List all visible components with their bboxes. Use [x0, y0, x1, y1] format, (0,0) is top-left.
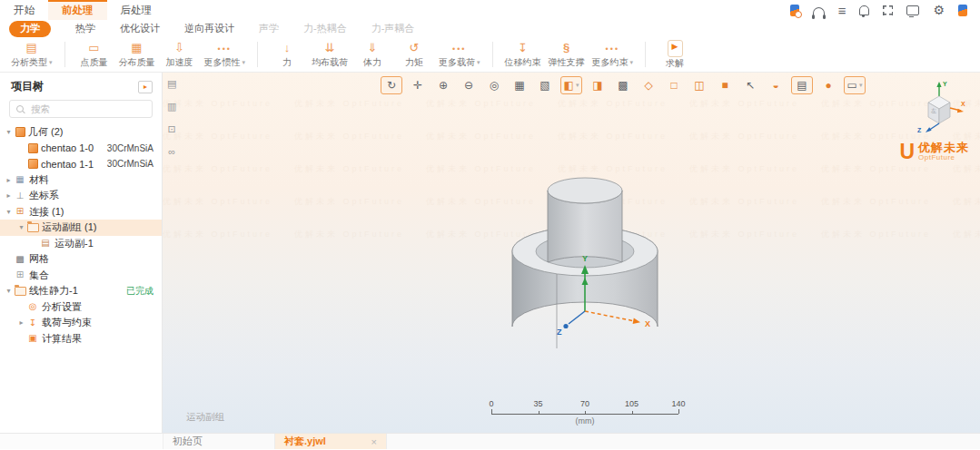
search-input[interactable]: [29, 103, 145, 115]
display-style-icon[interactable]: ▭▾: [844, 76, 866, 94]
tree-search-box[interactable]: [9, 100, 153, 118]
doc-tab-start-page[interactable]: 初始页: [163, 434, 275, 449]
panel-toggle-icon[interactable]: ▸: [138, 81, 153, 93]
distributed-mass-icon: ▦: [131, 41, 142, 56]
navcube-x-label: X: [961, 101, 965, 107]
loads-icon: ↧: [26, 318, 39, 328]
zoom-out-icon[interactable]: ⊖: [459, 77, 479, 93]
table-icon[interactable]: ▥: [167, 101, 176, 112]
screen-share-icon[interactable]: [906, 5, 919, 15]
tree-item-sets[interactable]: ⊞集合: [0, 268, 162, 284]
menu-tab-post-process[interactable]: 后处理: [107, 0, 166, 20]
tree-item-coordinate-systems[interactable]: ▸⊥坐标系: [0, 188, 162, 204]
model-inner-top-face[interactable]: [548, 178, 622, 203]
shaded-view-icon[interactable]: ◧▾: [560, 76, 582, 94]
moment-button-label: 力矩: [405, 56, 423, 69]
force-button[interactable]: ↓力: [266, 40, 308, 70]
elastic-support-button[interactable]: §弹性支撑: [545, 40, 589, 70]
zoom-fit-icon[interactable]: ◎: [484, 77, 504, 93]
view-back-icon[interactable]: ■: [715, 77, 735, 93]
gear-icon[interactable]: ⚙: [933, 4, 945, 16]
tree-item-geometry[interactable]: ▾几何 (2): [0, 124, 162, 141]
module-tab-optimization[interactable]: 优化设计: [120, 22, 160, 35]
viewport-toolbar: ↻✛⊕⊖◎▦▧◧▾◨▩◇□◫■↖◒▤●▭▾: [381, 76, 866, 94]
report-icon[interactable]: ▤: [167, 78, 176, 90]
user-logo-icon[interactable]: [958, 5, 967, 16]
menu-lines-icon[interactable]: ≡: [838, 4, 846, 17]
analysis-type-button[interactable]: ▤分析类型▾: [7, 40, 56, 70]
tree-caret-icon[interactable]: ▾: [4, 287, 14, 295]
acceleration-button[interactable]: ⇩加速度: [159, 40, 201, 70]
main-menu-tabs: 开始前处理后处理: [0, 0, 165, 20]
mesh-view-icon[interactable]: ▩: [613, 77, 633, 93]
result-icon: ▣: [26, 334, 39, 343]
body-force-button[interactable]: ⇓体力: [351, 40, 393, 70]
point-mass-button[interactable]: ▭点质量: [74, 40, 115, 70]
doc-tab-document[interactable]: 衬套.yjwl×: [275, 434, 387, 449]
render-sphere-icon[interactable]: ●: [818, 77, 838, 93]
section-view-icon[interactable]: ◨: [588, 77, 608, 93]
tree-item-loads-and-constraints[interactable]: ▸↧载荷与约束: [0, 315, 162, 331]
analysis-group: ▤分析类型▾: [7, 40, 56, 70]
mesh-icon: ▩: [14, 255, 26, 264]
workspace-logo-icon[interactable]: [790, 5, 799, 16]
tree-item-materials[interactable]: ▸▦材料: [0, 172, 162, 189]
scale-tick-labels: 03570105140: [491, 399, 678, 409]
solve-button[interactable]: ▶求解: [654, 38, 696, 71]
viewport-3d[interactable]: 优解未来 OptFuture 优解未来 OptFuture 优解未来 OptFu…: [163, 73, 980, 433]
module-tab-mechanics[interactable]: 力学: [9, 21, 51, 37]
pan-icon[interactable]: ✛: [408, 77, 428, 93]
tree-caret-icon[interactable]: ▸: [4, 176, 14, 184]
tree-item-part-chentao-1-0[interactable]: chentao 1-030CrMnSiA: [0, 141, 162, 157]
tree-caret-icon[interactable]: ▾: [4, 128, 14, 136]
navigation-cube[interactable]: Y 左 X Z: [913, 78, 967, 138]
triad-y-label: Y: [582, 254, 588, 263]
tree-item-label: 几何 (2): [28, 125, 64, 139]
more-inertia-button[interactable]: •••更多惯性▾: [201, 40, 250, 70]
tree-item-joint-group[interactable]: ▾运动副组 (1): [0, 220, 162, 236]
tree-caret-icon[interactable]: ▸: [16, 318, 26, 327]
more-loads-button[interactable]: •••更多载荷▾: [435, 40, 484, 70]
clipboard-icon[interactable]: ⊡: [168, 123, 176, 135]
tree-item-joint-1[interactable]: ▤运动副-1: [0, 236, 162, 252]
view-iso-icon[interactable]: ◇: [638, 77, 658, 93]
lasso-select-icon[interactable]: ▧: [535, 77, 555, 93]
distributed-load-button[interactable]: ⇊均布载荷: [308, 40, 351, 70]
box-select-icon[interactable]: ▦: [510, 77, 530, 93]
more-dots-icon: •••: [218, 41, 232, 56]
model-bushing[interactable]: Y X Z: [462, 171, 717, 366]
bell-icon[interactable]: [859, 5, 869, 15]
more-loads-button-label: 更多载荷▾: [439, 56, 480, 69]
measure-icon[interactable]: ▤: [791, 76, 813, 94]
moment-button[interactable]: ↺力矩: [393, 40, 435, 70]
rotate-icon[interactable]: ↻: [381, 76, 402, 94]
module-tab-reverse-redesign[interactable]: 逆向再设计: [184, 22, 234, 35]
cube-icon: [28, 143, 38, 153]
tree-item-label: chentao 1-1: [41, 159, 94, 170]
tree-item-mesh[interactable]: ▩网格: [0, 251, 162, 268]
tree-item-part-chentao-1-1[interactable]: chentao 1-130CrMnSiA: [0, 156, 162, 172]
tree-item-analysis-settings[interactable]: ◎分析设置: [0, 299, 162, 316]
menu-tab-start[interactable]: 开始: [0, 0, 48, 20]
tree-item-linear-static-1[interactable]: ▾线性静力-1已完成: [0, 283, 162, 299]
menu-tab-pre-process[interactable]: 前处理: [48, 0, 107, 20]
tree-item-connections[interactable]: ▾⊞连接 (1): [0, 204, 162, 220]
expand-icon[interactable]: [883, 5, 893, 15]
view-left-icon[interactable]: ◫: [689, 77, 709, 93]
module-tab-thermal[interactable]: 热学: [75, 22, 95, 35]
tree-caret-icon[interactable]: ▾: [16, 223, 26, 231]
link-icon[interactable]: ∞: [168, 146, 175, 157]
ribbon-divider: [645, 42, 646, 67]
close-icon[interactable]: ×: [371, 436, 377, 447]
headset-icon[interactable]: [813, 7, 825, 16]
tree-item-results[interactable]: ▣计算结果: [0, 331, 162, 347]
zoom-in-icon[interactable]: ⊕: [433, 77, 453, 93]
distributed-mass-button[interactable]: ▦分布质量: [115, 40, 159, 70]
displacement-constraint-button[interactable]: ↧位移约束: [501, 40, 545, 70]
pick-icon[interactable]: ↖: [740, 77, 760, 93]
tree-caret-icon[interactable]: ▸: [4, 191, 14, 200]
view-front-icon[interactable]: □: [664, 77, 684, 93]
tree-caret-icon[interactable]: ▾: [4, 208, 14, 216]
protractor-icon[interactable]: ◒: [766, 77, 786, 93]
more-constraints-button[interactable]: •••更多约束▾: [589, 40, 638, 70]
